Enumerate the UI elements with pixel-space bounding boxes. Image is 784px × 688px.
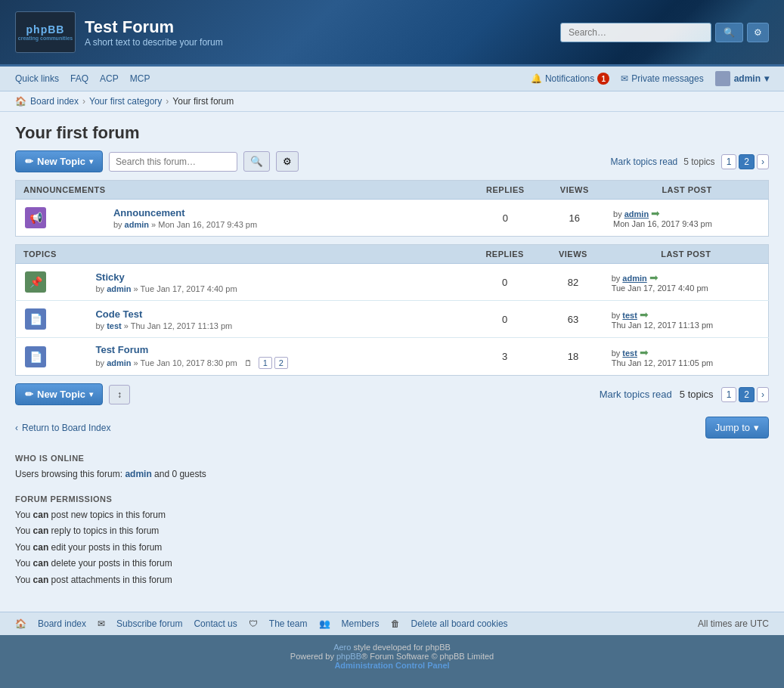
phpbb-link[interactable]: phpBB [336,652,361,661]
perm-4: You can delete your posts in this forum [15,556,769,572]
ann-lastpost-author[interactable]: admin [624,209,649,218]
perm-1: You can post new topics in this forum [15,507,769,524]
ann-lastpost: by admin ➡ Mon Jan 16, 2017 9:43 pm [606,200,768,237]
envelope-icon: ✉ [621,73,628,84]
replies-header-ann: REPLIES [467,181,543,200]
testforum-title-cell: Test Forum by admin » Tue Jan 10, 2017 8… [88,338,467,376]
nav-mcp[interactable]: MCP [130,73,150,84]
page-1-bottom[interactable]: 1 [721,387,737,402]
advanced-search-button[interactable]: ⚙ [747,23,769,42]
admin-button[interactable]: admin ▾ [715,71,769,86]
footer-board-index[interactable]: Board index [38,618,86,629]
breadcrumb: 🏠 Board index › Your first category › Yo… [0,91,784,112]
sticky-topic-author[interactable]: admin [107,284,131,293]
forum-search-input[interactable] [109,152,237,172]
new-topic-button-top[interactable]: ✏ New Topic ▾ [15,150,103,172]
forum-advanced-search-button[interactable]: ⚙ [276,151,299,172]
admin-dropdown-icon: ▾ [764,73,769,84]
topics-table: TOPICS REPLIES VIEWS LAST POST 📌 Sticky [15,244,769,376]
footer-team[interactable]: The team [269,618,308,629]
codetest-replies: 0 [467,301,542,338]
search-button[interactable]: 🔍 [715,23,743,42]
email-icon-footer: ✉ [98,618,105,629]
mark-read-link-bottom[interactable]: Mark topics read [600,389,672,400]
codetest-topic-author[interactable]: test [107,321,122,330]
forum-title: Your first forum [15,123,769,143]
sticky-title-cell: Sticky by admin » Tue Jan 17, 2017 4:40 … [88,264,467,301]
powered-aero: Aero style developed for phpBB [333,643,451,652]
sort-button[interactable]: ↕ [109,385,130,404]
forum-search-button[interactable]: 🔍 [243,151,270,172]
footer-members[interactable]: Members [342,618,380,629]
home-icon: 🏠 [15,96,26,107]
search-input[interactable] [560,23,711,42]
new-topic-button-bottom[interactable]: ✏ New Topic ▾ [15,383,103,405]
who-is-online-section: WHO IS ONLINE Users browsing this forum:… [15,454,769,483]
ann-topic-title[interactable]: Announcement [113,207,185,218]
site-footer: 🏠 Board index ✉ Subscribe forum Contact … [0,612,784,635]
top-toolbar: ✏ New Topic ▾ 🔍 ⚙ Mark topics read 5 top… [15,150,769,172]
footer-delete-cookies[interactable]: Delete all board cookies [411,618,508,629]
codetest-go-icon[interactable]: ➡ [640,308,649,321]
site-description: A short text to describe your forum [85,37,223,48]
online-user-link[interactable]: admin [125,469,151,479]
sticky-lastpost-author[interactable]: admin [622,274,646,283]
codetest-topic-title[interactable]: Code Test [95,308,142,320]
views-header-topics: VIEWS [542,245,603,264]
pagination-top: 1 2 › [721,154,769,169]
breadcrumb-category[interactable]: Your first category [89,96,162,107]
sticky-go-icon[interactable]: ➡ [649,271,658,284]
new-topic-dropdown-icon-bottom: ▾ [89,390,93,398]
topics-header: TOPICS [16,245,468,264]
mark-read-link-top[interactable]: Mark topics read [611,157,678,167]
aero-link[interactable]: Aero [333,643,351,652]
testforum-topic-author[interactable]: admin [107,358,131,367]
page-2-top[interactable]: 2 [739,154,755,169]
testforum-go-icon[interactable]: ➡ [640,346,649,358]
page-2-bottom[interactable]: 2 [739,387,755,402]
topic-icon-normal-1: 📄 [25,308,46,330]
powered-phpbb: Powered by phpBB® Forum Software © phpBB… [290,652,494,661]
private-messages-button[interactable]: ✉ Private messages [621,73,703,84]
page-1-top[interactable]: 1 [721,154,737,169]
sticky-icon: 📌 [25,271,46,293]
return-to-board-link[interactable]: ‹ Return to Board Index [15,423,110,433]
ann-views: 16 [544,200,606,237]
footer-subscribe[interactable]: Subscribe forum [116,618,182,629]
replies-header-topics: REPLIES [467,245,542,264]
home-icon-footer: 🏠 [15,618,26,629]
nav-acp[interactable]: ACP [100,73,119,84]
next-page-bottom[interactable]: › [757,387,769,402]
testforum-lastpost-author[interactable]: test [622,349,637,358]
testforum-pages-icon: 🗒 [244,358,253,367]
notifications-button[interactable]: 🔔 Notifications 1 [531,73,609,85]
testforum-page-1[interactable]: 1 [259,357,272,369]
lastpost-header-topics: LAST POST [604,245,769,264]
ann-go-icon[interactable]: ➡ [651,207,660,219]
footer-contact[interactable]: Contact us [194,618,237,629]
sort-icon: ↕ [117,389,122,400]
codetest-lastpost-author[interactable]: test [622,311,637,320]
breadcrumb-board-index[interactable]: Board index [30,96,79,107]
perm-3: You can edit your posts in this forum [15,540,769,556]
nav-faq[interactable]: FAQ [70,73,88,84]
testforum-topic-title[interactable]: Test Forum [95,344,148,355]
sticky-replies: 0 [467,264,542,301]
nav-bar: Quick links FAQ ACP MCP 🔔 Notifications … [0,67,784,91]
jump-to-button[interactable]: Jump to ▾ [705,417,769,439]
private-messages-label: Private messages [631,73,703,84]
breadcrumb-sep-1: › [82,96,85,107]
ann-topic-author[interactable]: admin [125,220,149,229]
ann-title-cell: Announcement by admin » Mon Jan 16, 2017… [106,200,467,237]
codetest-lastpost: by test ➡ Thu Jan 12, 2017 11:13 pm [604,301,769,338]
nav-quick-links[interactable]: Quick links [15,73,59,84]
sticky-topic-title[interactable]: Sticky [95,271,124,283]
testforum-replies: 3 [467,338,542,376]
announcements-header: ANNOUNCEMENTS [16,181,468,200]
announcements-table: ANNOUNCEMENTS REPLIES VIEWS LAST POST 📢 … [15,180,769,237]
next-page-top[interactable]: › [757,154,769,169]
testforum-page-2[interactable]: 2 [274,357,288,369]
logo[interactable]: phpBB creating communities [15,11,76,53]
admin-panel-link[interactable]: Administration Control Panel [334,661,449,670]
bottom-toolbar: ✏ New Topic ▾ ↕ Mark topics read 5 topic… [15,383,769,405]
